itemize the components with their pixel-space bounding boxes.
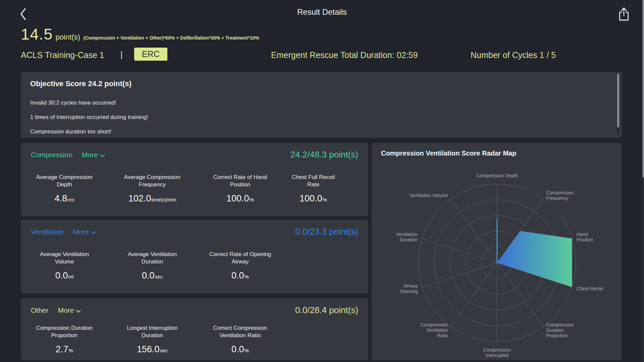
share-export-icon bbox=[618, 17, 630, 22]
stat-label: Average VentilationDuration bbox=[112, 251, 193, 265]
stat-chest-full-recoil-rate: Chest Full RecoilRate 100.0% bbox=[273, 174, 354, 204]
stat-unit: % bbox=[245, 348, 249, 353]
radar-panel: Compression Ventilation Score Radar Map … bbox=[372, 143, 621, 360]
cycles-label: Number of Cycles 1 / 5 bbox=[471, 50, 556, 60]
radar-chart: Compression DepthCompressionFrequencyHan… bbox=[372, 143, 621, 360]
stat-value: 4.8 bbox=[55, 193, 67, 204]
stat-correct-hand-position-rate: Correct Rate of HandPosition 100.0% bbox=[200, 174, 280, 204]
stat-value: 100.0 bbox=[300, 193, 322, 204]
compression-panel-header: Compression More 24.2/48.3 point(s) bbox=[31, 149, 358, 160]
stat-unit: time(s)/min bbox=[151, 197, 176, 202]
stat-value: 2.7 bbox=[56, 344, 68, 355]
compression-more-button[interactable]: More bbox=[82, 151, 105, 159]
stat-value: 0.0 bbox=[231, 344, 244, 355]
stat-longest-interruption-duration: Longest InterruptionDuration 156.0sec bbox=[112, 324, 193, 355]
stat-unit: % bbox=[69, 348, 73, 353]
ventilation-panel: Ventilation More 0.0/23.3 point(s) Avera… bbox=[21, 220, 368, 293]
stat-value: 102.0 bbox=[128, 193, 151, 204]
section-score: 0.0/28.4 point(s) bbox=[295, 305, 358, 315]
section-score: 0.0/23.3 point(s) bbox=[295, 227, 358, 237]
stat-label: Compression DurationProportion bbox=[24, 324, 105, 339]
more-label: More bbox=[73, 228, 89, 236]
stat-average-compression-frequency: Average CompressionFrequency 102.0time(s… bbox=[112, 174, 193, 204]
section-title: Ventilation bbox=[31, 228, 63, 236]
objective-scrollbar-thumb[interactable] bbox=[617, 74, 619, 127]
more-label: More bbox=[82, 151, 98, 159]
stat-unit: sec bbox=[155, 274, 163, 280]
chevron-down-icon bbox=[100, 151, 105, 159]
page-scrollbar[interactable] bbox=[642, 0, 644, 362]
other-more-button[interactable]: More bbox=[58, 306, 81, 314]
total-score-value: 14.5 bbox=[21, 25, 53, 43]
stat-label: Correct Rate of HandPosition bbox=[200, 174, 280, 188]
stat-average-ventilation-volume: Average VentilationVolume 0.0ml bbox=[24, 251, 105, 281]
total-score-unit: point(s) bbox=[55, 33, 80, 42]
stat-unit: ml bbox=[68, 274, 73, 280]
stat-unit: % bbox=[323, 197, 327, 202]
chevron-down-icon bbox=[76, 306, 81, 314]
stat-unit: % bbox=[245, 274, 249, 280]
other-panel: Other More 0.0/28.4 point(s) Compression… bbox=[21, 298, 368, 360]
stat-unit: % bbox=[250, 197, 254, 202]
stat-unit: cm bbox=[67, 197, 74, 202]
svg-text:AirwayOpening: AirwayOpening bbox=[400, 283, 418, 294]
more-label: More bbox=[58, 306, 74, 314]
section-title: Compression bbox=[31, 151, 72, 159]
chevron-down-icon bbox=[91, 228, 96, 236]
stat-value: 0.0 bbox=[142, 270, 155, 281]
stat-value: 0.0 bbox=[55, 270, 68, 281]
section-title: Other bbox=[31, 306, 49, 314]
stat-label: Average VentilationVolume bbox=[24, 251, 105, 265]
stat-unit: sec bbox=[160, 348, 168, 353]
ventilation-panel-header: Ventilation More 0.0/23.3 point(s) bbox=[31, 227, 358, 237]
rescue-duration-label: Emergent Rescue Total Duration: 02:59 bbox=[271, 50, 418, 60]
stat-label: Longest InterruptionDuration bbox=[112, 324, 193, 339]
objective-message: Compression duration too short! bbox=[30, 128, 111, 135]
stat-label: Chest Full RecoilRate bbox=[273, 174, 354, 188]
svg-text:CompressionInterrupted: CompressionInterrupted bbox=[483, 347, 511, 358]
objective-scrollbar[interactable] bbox=[617, 74, 619, 135]
svg-text:CompressionFrequency: CompressionFrequency bbox=[546, 190, 574, 201]
stat-compression-duration-proportion: Compression DurationProportion 2.7% bbox=[24, 324, 105, 355]
back-button[interactable] bbox=[19, 7, 28, 21]
stat-label: Average CompressionDepth bbox=[24, 174, 105, 188]
chevron-left-icon bbox=[19, 16, 28, 22]
stat-average-ventilation-duration: Average VentilationDuration 0.0sec bbox=[112, 251, 193, 281]
stat-correct-compression-ventilation-ratio: Correct CompressionVentilation Ratio 0.0… bbox=[200, 324, 280, 355]
share-button[interactable] bbox=[618, 7, 630, 21]
ventilation-more-button[interactable]: More bbox=[73, 228, 96, 236]
compression-panel: Compression More 24.2/48.3 point(s) Aver… bbox=[21, 143, 368, 216]
score-summary: 14.5 point(s) (Compression + Ventilation… bbox=[21, 25, 259, 43]
page-scrollbar-thumb[interactable] bbox=[642, 0, 644, 178]
svg-text:HandPosition: HandPosition bbox=[577, 232, 593, 242]
svg-text:CompressionVentilationRatio: CompressionVentilationRatio bbox=[420, 322, 448, 338]
svg-text:VentilationDuration: VentilationDuration bbox=[396, 232, 418, 242]
protocol-badge: ERC bbox=[134, 48, 167, 61]
page-title: Result Details bbox=[0, 7, 644, 17]
svg-text:Ventilation Volume: Ventilation Volume bbox=[409, 193, 448, 198]
session-info-row: ACLS Training-Case 1 | ERC Emergent Resc… bbox=[21, 48, 623, 62]
stat-label: Correct CompressionVentilation Ratio bbox=[200, 324, 280, 339]
stat-value: 100.0 bbox=[226, 193, 249, 204]
stat-label: Correct Rate of OpeningAirway bbox=[200, 251, 280, 265]
svg-text:Chest Recoil: Chest Recoil bbox=[577, 286, 603, 291]
stat-value: 156.0 bbox=[137, 344, 160, 355]
case-name: ACLS Training-Case 1 bbox=[21, 50, 104, 60]
objective-score-panel: Objective Score 24.2 point(s) Invalid 30… bbox=[21, 72, 622, 138]
section-score: 24.2/48.3 point(s) bbox=[290, 149, 358, 160]
score-formula: (Compression + Ventilation + Other)*60% … bbox=[84, 35, 259, 41]
objective-score-title: Objective Score 24.2 point(s) bbox=[30, 79, 131, 88]
stat-value: 0.0 bbox=[231, 270, 244, 281]
stat-average-compression-depth: Average CompressionDepth 4.8cm bbox=[24, 174, 105, 204]
svg-text:CompressionDurationProportion: CompressionDurationProportion bbox=[546, 322, 574, 338]
stat-correct-opening-airway-rate: Correct Rate of OpeningAirway 0.0% bbox=[200, 251, 280, 281]
separator: | bbox=[120, 50, 123, 59]
stat-label: Average CompressionFrequency bbox=[112, 174, 193, 188]
svg-text:Compression Depth: Compression Depth bbox=[476, 173, 518, 178]
objective-message: Invalid 30:2 cycles have occurred! bbox=[30, 100, 116, 106]
objective-message: 1 times of interruption occurred during … bbox=[30, 114, 148, 121]
other-panel-header: Other More 0.0/28.4 point(s) bbox=[31, 305, 358, 315]
